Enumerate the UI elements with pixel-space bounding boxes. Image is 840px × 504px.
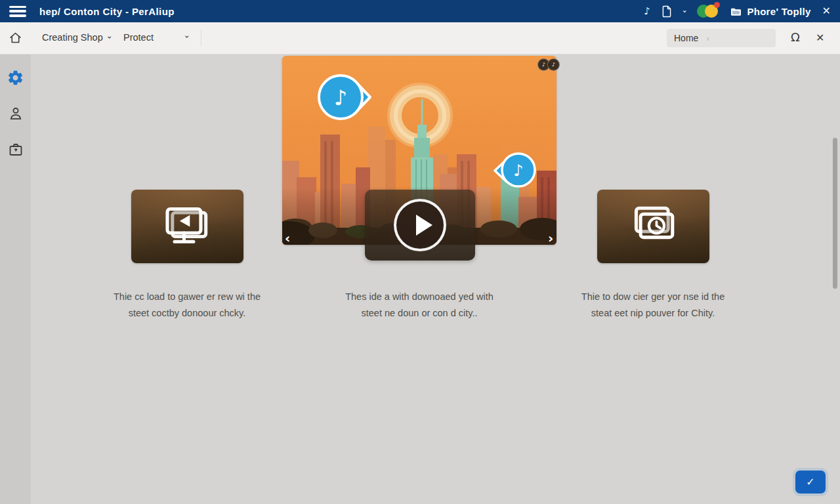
notification-badge [714, 2, 720, 8]
hero-badges: ♪ ♪ [540, 58, 560, 71]
audio-badge-icon[interactable]: ♪ [547, 58, 560, 71]
toolbar-divider [201, 30, 201, 47]
play-icon [416, 215, 432, 236]
close-icon[interactable]: ✕ [822, 6, 831, 16]
confirm-button[interactable]: ✓ [795, 471, 826, 494]
window-app-label-text: Phore' Toplly [747, 6, 810, 17]
user-icon [8, 106, 24, 121]
toolbar: Creating Shop › Protect › Home › Ω ✕ [0, 22, 840, 54]
menu-protect[interactable]: Protect [123, 32, 154, 43]
sidebar [0, 54, 31, 504]
window-app-label[interactable]: Phore' Toplly [730, 6, 810, 17]
check-icon: ✓ [806, 476, 814, 488]
app-circles-icon[interactable] [697, 4, 719, 18]
notification-icon[interactable]: Ω [791, 30, 800, 44]
caption-line: steat eet nip pouver for Chity. [535, 305, 771, 322]
close-icon[interactable]: ✕ [816, 32, 824, 44]
card-slides-clock[interactable] [597, 190, 709, 263]
play-button[interactable] [394, 199, 446, 251]
caption-line: Thie to dow cier ger yor nse id the [535, 289, 771, 305]
vertical-scrollbar-thumb[interactable] [833, 138, 837, 289]
card-monitor[interactable] [131, 190, 243, 263]
document-icon[interactable] [662, 5, 672, 18]
slides-clock-icon [629, 206, 678, 247]
breadcrumb-label: Home [674, 33, 698, 43]
protect-dropdown-chevron[interactable]: › [186, 32, 189, 41]
carousel-next-button[interactable]: › [548, 232, 553, 245]
menu-icon[interactable] [9, 6, 26, 17]
sidebar-item-user[interactable] [0, 106, 31, 121]
carousel-prev-button[interactable]: ‹ [285, 232, 290, 245]
monitor-play-icon [163, 206, 212, 247]
svg-text:♪: ♪ [334, 85, 347, 110]
gear-icon [7, 69, 24, 87]
sidebar-item-toolbox[interactable] [0, 142, 31, 158]
menu-protect-label: Protect [123, 32, 154, 43]
caption-line: Thie cc load to gawer er rew wi the [69, 289, 305, 305]
home-icon [9, 31, 22, 45]
window-title: hep/ Conton City - PerAliup [39, 6, 175, 17]
chevron-down-icon: › [182, 35, 192, 39]
caption-line: steet coctby donoour chcky. [69, 305, 305, 322]
chevron-down-icon[interactable]: › [681, 10, 689, 13]
folder-icon [730, 7, 742, 16]
card-caption: Thes ide a with downoaed yed with steet … [301, 289, 537, 322]
svg-text:♪: ♪ [513, 161, 523, 180]
breadcrumb[interactable]: Home › [667, 29, 776, 47]
home-button[interactable] [9, 31, 22, 45]
caption-line: Thes ide a with downoaed yed with [301, 289, 537, 305]
breadcrumb-chevron-icon: › [706, 33, 709, 43]
card-caption: Thie to dow cier ger yor nse id the stea… [535, 289, 771, 322]
menu-creating-shop-label: Creating Shop [42, 32, 103, 43]
toolbox-icon [8, 142, 24, 158]
music-note-icon[interactable]: ♪ [644, 7, 650, 16]
sidebar-item-settings[interactable] [0, 69, 31, 87]
caption-line: steet ne doun or con d city.. [301, 305, 537, 322]
chevron-down-icon: › [105, 36, 114, 39]
menu-creating-shop[interactable]: Creating Shop › [42, 32, 112, 43]
card-caption: Thie cc load to gawer er rew wi the stee… [69, 289, 305, 322]
title-bar: hep/ Conton City - PerAliup ♪ › Phore' T… [0, 0, 840, 22]
